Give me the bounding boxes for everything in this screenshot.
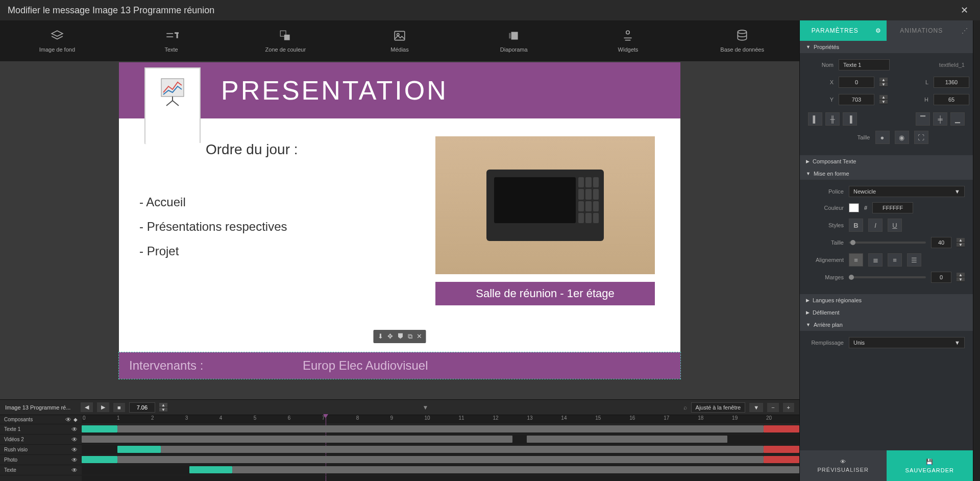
clip[interactable] <box>764 456 799 463</box>
track-row[interactable] <box>82 424 799 435</box>
zoom-out-button[interactable]: − <box>767 403 778 412</box>
section-text-component[interactable]: ▶Composant Texte <box>800 155 973 167</box>
tab-animations[interactable]: ANIMATIONS <box>887 20 957 41</box>
clip[interactable] <box>82 425 117 432</box>
lock-toggle[interactable]: ◆ <box>74 417 78 422</box>
l-input[interactable] <box>934 77 969 88</box>
margin-slider[interactable] <box>849 276 926 278</box>
section-scroll[interactable]: ▶Défilement <box>800 306 973 319</box>
align-top-button[interactable]: ▔ <box>916 112 930 126</box>
clip[interactable] <box>117 456 763 463</box>
visibility-toggle[interactable]: 👁 <box>71 436 78 443</box>
clip[interactable] <box>82 436 512 443</box>
clip[interactable] <box>232 466 799 473</box>
align-center-h-button[interactable]: ╫ <box>825 112 840 126</box>
clip[interactable] <box>189 466 232 473</box>
clip[interactable] <box>764 425 799 432</box>
section-regional[interactable]: ▶Langues régionales <box>800 294 973 306</box>
tool-color-zone[interactable]: Zone de couleur <box>228 20 342 61</box>
align-bottom-button[interactable]: ▁ <box>950 112 965 126</box>
color-hex-input[interactable] <box>872 202 913 213</box>
text-align-justify[interactable]: ☰ <box>907 253 921 267</box>
bold-button[interactable]: B <box>849 219 863 232</box>
clip[interactable] <box>527 436 728 443</box>
align-left-button[interactable]: ▌ <box>808 112 822 126</box>
text-align-right[interactable]: ≡ <box>888 253 902 267</box>
tool-background[interactable]: Image de fond <box>0 20 114 61</box>
clip[interactable] <box>117 425 763 432</box>
x-spinner[interactable]: ▲▼ <box>879 78 888 87</box>
track-label[interactable]: Vidéos 2 <box>4 437 24 442</box>
vertical-scrollbar[interactable] <box>973 20 980 481</box>
fill-select[interactable]: Unis▼ <box>849 337 965 348</box>
slide-canvas[interactable]: PRESENTATION Ordre du jour : - Accueil -… <box>119 62 680 379</box>
agenda-title[interactable]: Ordre du jour : <box>206 141 298 158</box>
track-label[interactable]: Texte 1 <box>4 426 20 432</box>
track-label[interactable]: Texte <box>4 467 16 473</box>
margin-spinner[interactable]: ▲▼ <box>957 273 965 282</box>
h-input[interactable] <box>934 94 969 105</box>
clip[interactable] <box>82 456 117 463</box>
align-right-button[interactable]: ▐ <box>843 112 857 126</box>
section-format[interactable]: ▼Mise en forme <box>800 167 973 180</box>
timeline-stop-button[interactable]: ■ <box>113 403 125 412</box>
fontsize-spinner[interactable]: ▲▼ <box>957 238 965 247</box>
mini-copy-icon[interactable]: ⧉ <box>408 332 412 341</box>
margin-input[interactable] <box>931 272 951 283</box>
tool-media[interactable]: Médias <box>342 20 457 61</box>
timeline-dropdown-icon[interactable]: ▼ <box>422 404 428 411</box>
section-background[interactable]: ▼Arrière plan <box>800 319 973 331</box>
timeline-play-button[interactable]: ▶ <box>97 402 109 412</box>
track-label[interactable]: Rush visio <box>4 447 28 452</box>
slide-footer-text[interactable]: Intervenants : Europ Elec Audiovisuel <box>119 352 680 379</box>
time-spinner[interactable]: ▲▼ <box>159 403 167 412</box>
track-row[interactable] <box>82 435 799 445</box>
fontsize-input[interactable] <box>931 237 951 248</box>
y-input[interactable] <box>839 94 874 105</box>
clip[interactable] <box>117 446 160 453</box>
section-properties[interactable]: ▼Propriétés <box>800 41 973 53</box>
underline-button[interactable]: U <box>888 219 902 232</box>
zoom-in-button[interactable]: + <box>783 403 794 412</box>
tab-parameters[interactable]: PARAMÈTRES <box>800 20 870 41</box>
name-input[interactable] <box>839 59 890 70</box>
visibility-toggle[interactable]: 👁 <box>71 426 78 433</box>
close-button[interactable]: ✕ <box>957 3 972 18</box>
mini-delete-icon[interactable]: ✕ <box>416 332 422 341</box>
settings-gear-icon[interactable]: ⚙ <box>870 20 887 41</box>
align-center-v-button[interactable]: ╪ <box>933 112 947 126</box>
mini-shield-icon[interactable]: ⛊ <box>397 332 404 341</box>
x-input[interactable] <box>839 77 874 88</box>
clip[interactable] <box>764 446 799 453</box>
color-swatch[interactable] <box>849 203 859 212</box>
tool-slideshow[interactable]: Diaporama <box>457 20 571 61</box>
zoom-select[interactable]: Ajusté à la fenêtre <box>691 402 746 413</box>
tool-database[interactable]: Base de données <box>685 20 799 61</box>
italic-button[interactable]: I <box>868 219 883 232</box>
mini-move-icon[interactable]: ✥ <box>387 332 393 341</box>
media-photo[interactable] <box>435 136 655 274</box>
visibility-toggle[interactable]: 👁 <box>65 416 71 423</box>
zoom-dropdown[interactable]: ▼ <box>749 403 763 412</box>
track-row[interactable] <box>82 465 799 475</box>
visibility-toggle[interactable]: 👁 <box>71 467 78 474</box>
font-select[interactable]: Newcicle▼ <box>849 186 965 197</box>
text-align-center[interactable]: ≣ <box>868 253 883 267</box>
track-row[interactable] <box>82 445 799 455</box>
ribbon-badge[interactable] <box>144 67 201 164</box>
save-button[interactable]: 💾 SAUVEGARDER <box>887 450 973 481</box>
agenda-items[interactable]: - Accueil - Présentations respectives - … <box>139 190 287 263</box>
timeline-prev-button[interactable]: ◀ <box>81 402 93 412</box>
fontsize-slider[interactable] <box>849 242 926 244</box>
slide-header[interactable]: PRESENTATION <box>119 62 680 118</box>
mini-download-icon[interactable]: ⬇ <box>378 332 383 341</box>
size-mode-1[interactable]: ● <box>875 131 890 144</box>
size-mode-2[interactable]: ◉ <box>895 131 909 144</box>
timeline-search-icon[interactable]: ⌕ <box>683 404 687 411</box>
track-label[interactable]: Photo <box>4 457 17 463</box>
track-row[interactable] <box>82 455 799 465</box>
tool-text[interactable]: T Texte <box>114 20 229 61</box>
canvas-area[interactable]: PRESENTATION Ordre du jour : - Accueil -… <box>0 61 799 399</box>
tool-widgets[interactable]: Widgets <box>571 20 685 61</box>
preview-button[interactable]: 👁 PRÉVISUALISER <box>800 450 887 481</box>
